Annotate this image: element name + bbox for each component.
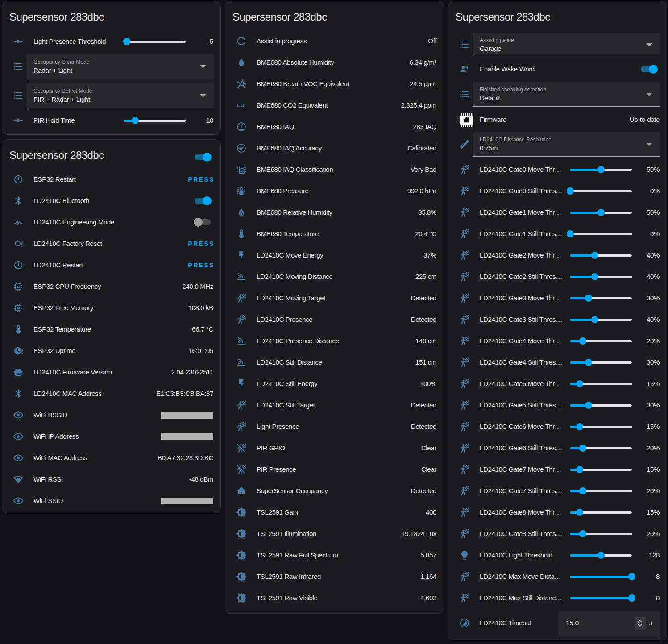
svg-text:CO: CO xyxy=(237,103,244,108)
svg-text:32: 32 xyxy=(17,285,20,289)
svg-text:2: 2 xyxy=(244,105,245,108)
